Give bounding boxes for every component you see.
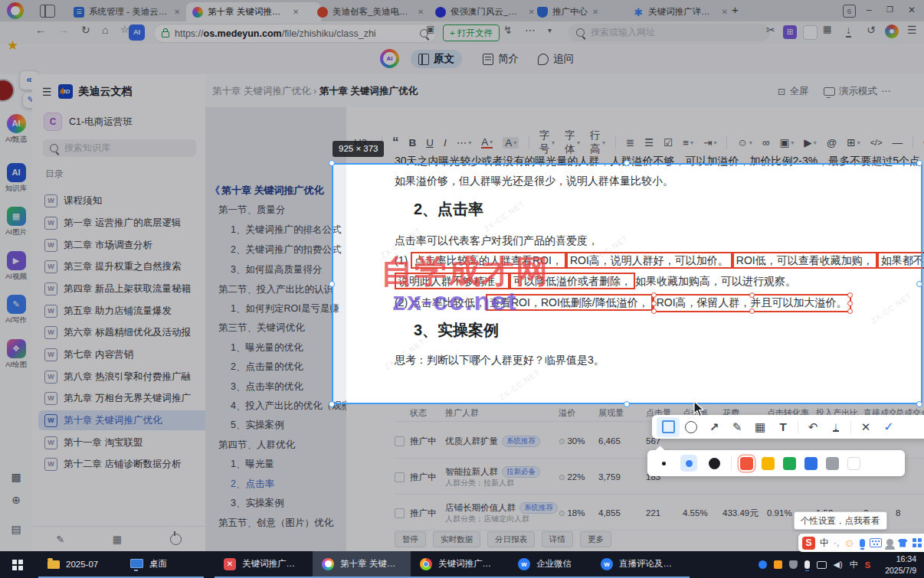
new-tab-button[interactable]: + <box>732 3 739 16</box>
user-icon[interactable] <box>886 539 893 546</box>
skin-shirt-icon[interactable] <box>898 539 908 547</box>
split-view-icon[interactable] <box>40 5 55 18</box>
quick-launch-icon[interactable]: ↯ <box>503 24 513 36</box>
badge-logo-icon[interactable] <box>0 79 15 102</box>
sidebar-menu-icon[interactable]: ☰ <box>42 86 52 98</box>
selection-handle[interactable] <box>329 401 335 407</box>
taskbar-item-folder[interactable]: 2025-07 <box>38 551 121 578</box>
stroke-medium-option[interactable] <box>680 455 697 472</box>
knowledge-search-input[interactable]: 搜索知识库 <box>43 139 196 157</box>
taskbar-item-desktop[interactable]: 桌面 <box>121 551 204 578</box>
toc-item[interactable]: 第四节、人群优化 <box>218 439 295 452</box>
toc-item[interactable]: 3、实操案例 <box>231 497 283 510</box>
start-button[interactable] <box>0 551 35 578</box>
toc-item[interactable]: 2、关键词推广的扣费公式 <box>231 243 341 256</box>
checkbox-list-icon[interactable]: ☑ <box>664 136 673 149</box>
toc-item[interactable]: 5、实操案例 <box>231 419 283 432</box>
tray-sogou-icon[interactable]: S <box>865 560 870 570</box>
ai-assistant-icon[interactable]: AI <box>129 24 145 41</box>
sidebar-item-ch9[interactable]: W第九章 万相台无界关键词推广 <box>38 388 210 408</box>
power-icon[interactable] <box>170 534 182 545</box>
rectangle-tool-icon[interactable] <box>657 417 680 437</box>
menu-icon[interactable]: ☰ <box>907 24 917 36</box>
sidebar-item-ch2[interactable]: W第二章 市场调查分析 <box>38 235 210 255</box>
tab-close-icon[interactable]: ✕ <box>174 8 180 16</box>
tray-ime-lang-icon[interactable]: 中 <box>850 559 858 570</box>
bullet-list-icon[interactable]: ≣ <box>626 136 634 149</box>
screenshot-scissors-icon[interactable]: ✂ <box>766 24 775 36</box>
forward-button[interactable]: → <box>58 24 69 36</box>
rail-item-knowledge[interactable]: AI 知识库 <box>0 163 32 194</box>
arrow-tool-icon[interactable]: ↗ <box>703 417 726 437</box>
font-size-dropdown[interactable]: 字号▾ <box>539 129 555 156</box>
toc-item[interactable]: 3、如何提高质量得分 <box>231 263 322 276</box>
emoji-icon[interactable]: ☺ <box>844 537 854 549</box>
blockquote-icon[interactable]: “ <box>392 135 399 150</box>
taskbar-item-chrome[interactable]: 关键词推广详情页... <box>411 551 509 578</box>
ime-menu-grid-icon[interactable] <box>913 538 922 547</box>
taskbar-clock[interactable]: 16:34 2025/7/9 <box>876 554 924 576</box>
browser-search-input[interactable]: 搜索或输入网址 <box>568 24 770 41</box>
browser-tab[interactable]: 推广中心 ✕ <box>531 2 637 21</box>
sidebar-item-ch4[interactable]: W第四章 新品上架获取流量秘籍 <box>38 279 210 299</box>
toc-item[interactable]: 1、曝光量 <box>231 458 274 471</box>
tray-speaker-icon[interactable]: ◀) <box>834 560 843 570</box>
mic-icon[interactable] <box>860 539 865 547</box>
attachment-icon[interactable]: @ <box>827 137 837 149</box>
bookmark-icon[interactable]: ☆ <box>120 24 129 35</box>
selection-handle[interactable] <box>624 160 630 166</box>
ellipse-tool-icon[interactable] <box>680 417 703 437</box>
realtime-button[interactable]: 实时数据 <box>433 531 480 547</box>
underline-icon[interactable]: U <box>426 137 434 149</box>
browser-logo-icon[interactable] <box>7 2 24 19</box>
calendar-icon[interactable]: ▦ <box>113 534 122 545</box>
download-capture-icon[interactable]: ↓ <box>824 417 847 437</box>
font-family-dropdown[interactable]: 字体▾ <box>565 129 580 156</box>
fullscreen-button[interactable]: ⊡全屏 <box>778 85 808 98</box>
workspace-selector[interactable]: C C1-电商运营班 <box>44 113 133 131</box>
selection-handle[interactable] <box>624 401 630 407</box>
toc-item[interactable]: 1、如何判定ROI是亏是赚 <box>231 302 339 315</box>
rail-item-ai-video[interactable]: ▶ AI视频 <box>0 251 32 282</box>
tray-orange-app-icon[interactable] <box>774 560 782 569</box>
edit-icon[interactable]: ✎ <box>56 534 64 545</box>
back-button[interactable]: ← <box>35 24 46 36</box>
sidebar-item-intro[interactable]: W课程须知 <box>38 191 210 211</box>
font-color-icon[interactable]: A▾ <box>481 137 493 149</box>
detail-button[interactable]: 详情 <box>542 531 573 547</box>
sidebar-item-ch7[interactable]: W第七章 内容营销 <box>38 345 210 364</box>
more-options-icon[interactable]: ⋯ <box>881 85 891 96</box>
taskbar-item-live-comments[interactable]: w 直播评论及观众 <box>591 551 690 578</box>
image-tool-icon[interactable]: ▣ <box>426 24 434 34</box>
highlight-icon[interactable]: A▾ <box>503 137 519 149</box>
browser-tab[interactable]: 美迪创客_美迪电商_美 ✕ <box>311 2 438 21</box>
extension-grid-icon[interactable]: ⊞ <box>783 25 797 39</box>
tab-count-badge[interactable]: 6 <box>843 5 856 18</box>
maximize-button[interactable]: ❐ <box>886 5 893 14</box>
rail-item-ai-writing[interactable]: ✎ AI写作 <box>0 295 32 325</box>
tray-mic-icon[interactable] <box>804 560 810 569</box>
row-checkbox[interactable] <box>395 436 405 446</box>
mosaic-tool-icon[interactable]: ▦ <box>749 417 772 437</box>
gamepad-icon[interactable]: ⊕ <box>0 494 32 506</box>
tab-close-icon[interactable]: ✕ <box>592 8 598 16</box>
browser-tab-active[interactable]: 第十章 关键词推广优化 ✕ <box>186 2 321 21</box>
insert-image-icon[interactable]: ▣▾ <box>779 136 794 149</box>
color-red-swatch[interactable] <box>740 457 753 470</box>
text-tool-icon[interactable]: T <box>772 417 795 437</box>
color-yellow-swatch[interactable] <box>762 457 775 470</box>
toc-item[interactable]: 第五节、创意（图片）优化 <box>218 517 333 530</box>
chevron-down-icon[interactable]: ▾ <box>548 26 552 34</box>
rail-item-ai-select[interactable]: AI AI甄选 <box>0 114 32 145</box>
taskbar-item-wework[interactable]: w 企业微信 <box>509 551 591 578</box>
capture-selection[interactable] <box>332 163 922 404</box>
plugin-icon[interactable]: ▩ <box>0 471 32 483</box>
insert-video-icon[interactable]: ▶▾ <box>804 136 816 149</box>
toc-item[interactable]: 2、点击量的优化 <box>231 361 303 374</box>
rail-item-ai-drawing[interactable]: ❖ AI绘图 <box>0 339 32 370</box>
color-blue-swatch[interactable] <box>804 457 818 470</box>
selection-handle[interactable] <box>916 160 922 166</box>
pen-tool-icon[interactable]: ✎ <box>726 417 749 437</box>
presentation-mode-button[interactable]: 演示模式 <box>824 85 877 98</box>
selection-handle[interactable] <box>329 281 335 287</box>
